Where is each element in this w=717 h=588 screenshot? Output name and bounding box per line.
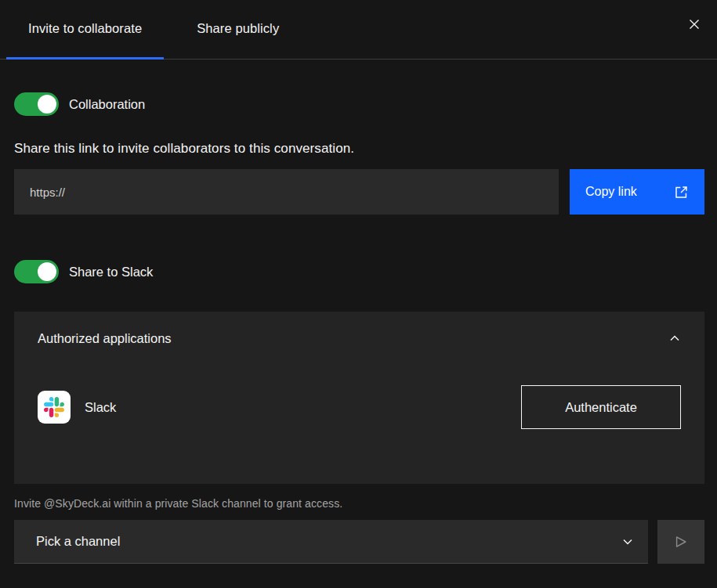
channel-picker-row: Pick a channel [14,520,704,564]
invite-link-value: https:// [30,186,65,199]
collaboration-toggle[interactable] [14,92,59,116]
toggle-knob [38,262,56,281]
slack-invite-hint: Invite @SkyDeck.ai within a private Slac… [14,497,704,510]
dialog-tab-bar: Invite to collaborate Share publicly [0,0,717,60]
collaboration-toggle-label: Collaboration [69,97,145,112]
share-to-slack-toggle-label: Share to Slack [69,265,153,280]
toggle-knob [38,95,56,114]
close-button[interactable] [684,14,704,34]
authorized-applications-title: Authorized applications [38,331,172,346]
chevron-up-icon [668,332,681,345]
send-icon [674,535,688,549]
tab-label: Share publicly [197,21,279,36]
slack-logo-icon [38,391,71,424]
chevron-down-icon [621,536,634,548]
invite-link-row: https:// Copy link [14,169,704,215]
authorized-applications-panel: Authorized applications Slack Authentica… [14,312,704,484]
channel-select[interactable]: Pick a channel [14,520,648,564]
collaboration-toggle-row: Collaboration [14,92,704,116]
close-icon [688,18,701,31]
slack-app-name: Slack [85,400,116,415]
send-button[interactable] [657,520,704,564]
collaboration-description: Share this link to invite collaborators … [14,141,704,157]
share-to-slack-toggle-row: Share to Slack [14,260,704,283]
dialog-body: Collaboration Share this link to invite … [0,92,717,564]
share-to-slack-toggle[interactable] [14,260,59,283]
share-dialog: Invite to collaborate Share publicly Col… [0,0,717,588]
authorized-applications-accordion[interactable]: Authorized applications [38,329,681,348]
tab-share-publicly[interactable]: Share publicly [175,0,301,60]
copy-link-icon [674,185,689,200]
copy-link-button[interactable]: Copy link [570,169,704,215]
tab-invite-to-collaborate[interactable]: Invite to collaborate [6,0,164,60]
invite-link-field[interactable]: https:// [14,169,559,215]
authenticate-button[interactable]: Authenticate [521,385,681,429]
tab-label: Invite to collaborate [28,21,142,36]
slack-app-row: Slack Authenticate [38,385,681,429]
copy-link-label: Copy link [585,185,637,199]
channel-select-value: Pick a channel [36,534,120,549]
